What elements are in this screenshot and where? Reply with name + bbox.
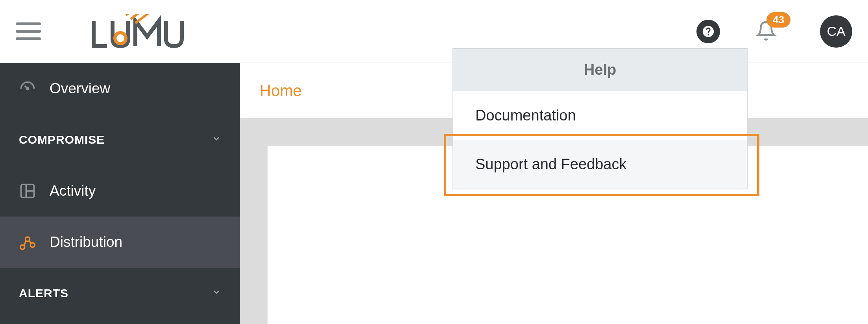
notification-badge: 43: [766, 12, 790, 28]
avatar[interactable]: CA: [820, 15, 852, 48]
help-menu-support-feedback[interactable]: Support and Feedback: [453, 140, 747, 189]
gauge-icon: [19, 80, 36, 97]
sidebar-item-label: Overview: [50, 80, 110, 97]
sidebar-section-compromise[interactable]: COMPROMISE: [0, 114, 240, 165]
breadcrumb-home[interactable]: Home: [260, 82, 302, 100]
sidebar-item-activity[interactable]: Activity: [0, 165, 240, 217]
help-icon[interactable]: [696, 20, 720, 43]
chevron-down-icon: [212, 287, 221, 300]
svg-line-12: [24, 241, 26, 246]
sidebar-section-label: ALERTS: [19, 287, 68, 300]
notifications-button[interactable]: 43: [755, 19, 777, 44]
sidebar-item-label: Activity: [50, 183, 96, 199]
sidebar: Overview COMPROMISE Activity Dist: [0, 63, 240, 324]
svg-point-3: [115, 33, 126, 44]
layout-icon: [19, 182, 36, 200]
hamburger-menu-icon[interactable]: [16, 22, 41, 40]
svg-line-2: [136, 14, 149, 22]
topbar-right: 43 CA: [696, 15, 852, 48]
help-menu-title: Help: [453, 49, 747, 91]
svg-line-5: [25, 86, 28, 89]
sidebar-section-alerts[interactable]: ALERTS: [0, 268, 240, 319]
sidebar-item-label: Distribution: [50, 234, 122, 250]
help-menu-documentation[interactable]: Documentation: [453, 91, 747, 140]
distribution-icon: [19, 233, 36, 251]
sidebar-section-label: COMPROMISE: [19, 133, 105, 146]
sidebar-item-overview[interactable]: Overview: [0, 63, 240, 114]
sidebar-item-distribution[interactable]: Distribution: [0, 217, 240, 268]
chevron-down-icon: [212, 134, 221, 146]
logo[interactable]: [92, 14, 202, 49]
svg-line-13: [29, 241, 31, 243]
help-menu: Help Documentation Support and Feedback: [452, 48, 748, 189]
